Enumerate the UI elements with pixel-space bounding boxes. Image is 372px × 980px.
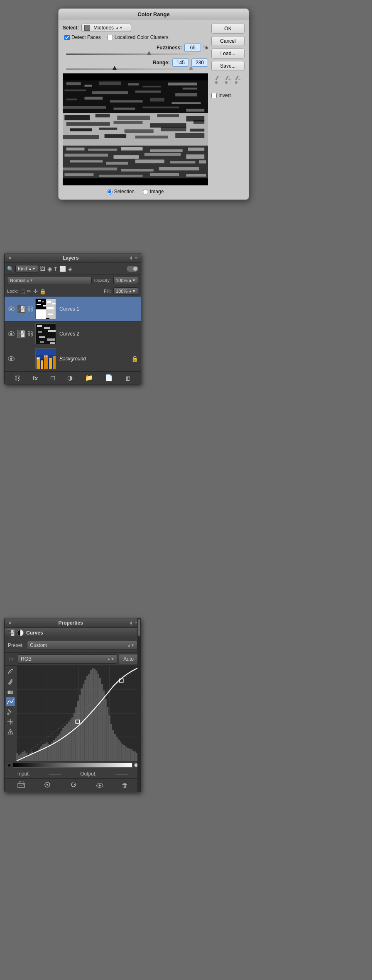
load-button[interactable]: Load... xyxy=(211,49,245,58)
toggle-visibility-btn[interactable] xyxy=(95,781,105,790)
layer-item[interactable]: ⛓ Curves 2 xyxy=(5,321,141,346)
eraser-tool[interactable] xyxy=(6,687,15,696)
fuzziness-slider-thumb[interactable] xyxy=(147,51,151,55)
svg-rect-103 xyxy=(53,356,56,369)
crosshair-tool[interactable] xyxy=(6,717,15,726)
filter-toggle[interactable] xyxy=(127,266,138,272)
fill-select[interactable]: 100% ▲▼ xyxy=(113,287,138,295)
svg-rect-34 xyxy=(99,128,117,130)
range-thumb-left[interactable] xyxy=(113,66,117,70)
layers-bottom-bar: ⛓ fx ◻ ◑ 📁 📄 🗑 xyxy=(5,371,141,384)
filter-adjust-icon[interactable]: ◉ xyxy=(47,266,52,272)
localized-color-input[interactable] xyxy=(108,35,113,40)
fx-btn[interactable]: fx xyxy=(31,374,39,382)
selection-radio-input[interactable] xyxy=(107,189,113,195)
view-previous-btn[interactable] xyxy=(42,781,53,790)
ok-button[interactable]: OK xyxy=(211,24,245,34)
range-thumb-right[interactable] xyxy=(189,66,193,70)
kind-arrow-icon: ▲▼ xyxy=(28,267,36,271)
image-radio[interactable]: Image xyxy=(143,189,164,195)
svg-rect-17 xyxy=(172,102,201,104)
lock-pixels-icon[interactable]: ⬚ xyxy=(20,288,25,294)
layer-visibility-bg[interactable] xyxy=(7,355,15,363)
detect-faces-input[interactable] xyxy=(64,35,70,40)
kind-select[interactable]: Kind ▲▼ xyxy=(15,265,38,272)
layer-link-icon[interactable]: ⛓ xyxy=(27,331,34,337)
filter-type-icon[interactable]: T xyxy=(54,266,57,272)
opacity-select[interactable]: 100% ▲▼ xyxy=(113,277,138,284)
cancel-button[interactable]: Cancel xyxy=(211,36,245,46)
panel-scrollbar[interactable] xyxy=(137,618,141,792)
reset-btn[interactable] xyxy=(68,781,79,790)
fuzziness-slider-track[interactable] xyxy=(66,53,205,55)
layer-visibility-curves1[interactable] xyxy=(7,305,15,313)
eyedropper-remove-btn[interactable]: − xyxy=(234,75,242,87)
filter-shape-icon[interactable]: ⬜ xyxy=(59,266,66,272)
fill-adj-btn[interactable]: ◑ xyxy=(66,373,74,382)
opacity-arrow-icon: ▲▼ xyxy=(128,278,136,282)
add-mask-btn[interactable]: ◻ xyxy=(49,373,57,382)
selection-radio[interactable]: Selection xyxy=(107,189,135,195)
svg-rect-169 xyxy=(86,676,88,761)
svg-rect-110 xyxy=(8,630,11,636)
curves-header-left: Curves xyxy=(8,630,43,636)
lock-all-icon[interactable]: 🔒 xyxy=(39,288,46,294)
range-max-input[interactable] xyxy=(191,58,208,67)
lock-position-icon[interactable]: ✏ xyxy=(27,288,32,294)
clip-to-layer-btn[interactable] xyxy=(16,781,27,790)
invert-checkbox[interactable] xyxy=(211,93,217,98)
svg-rect-165 xyxy=(79,695,81,761)
properties-collapse-icon[interactable]: ⟪ xyxy=(130,620,132,626)
auto-button[interactable]: Auto xyxy=(119,654,138,664)
mode-select[interactable]: Normal ▲▼ xyxy=(7,277,92,284)
svg-rect-54 xyxy=(135,160,164,163)
curves-black-point[interactable] xyxy=(7,763,11,767)
svg-rect-147 xyxy=(46,742,47,761)
detect-faces-checkbox[interactable]: Detect Faces xyxy=(64,34,101,40)
range-min-input[interactable] xyxy=(172,58,189,67)
svg-rect-154 xyxy=(59,734,60,761)
close-icon[interactable]: ✕ xyxy=(8,255,12,261)
svg-rect-163 xyxy=(75,707,77,761)
eyedropper-add-btn[interactable]: + xyxy=(224,75,232,87)
fuzziness-label: Fuzziness: xyxy=(71,45,182,51)
curve-smooth-tool[interactable] xyxy=(6,697,15,706)
collapse-icon[interactable]: ⟪ xyxy=(130,255,132,261)
layer-item[interactable]: ⛓ Curves 1 xyxy=(5,297,141,321)
properties-close-icon[interactable]: ✕ xyxy=(8,620,12,626)
brush-tool[interactable] xyxy=(6,707,15,716)
preview-canvas xyxy=(63,73,208,185)
channel-select[interactable]: RGB ▲▼ xyxy=(18,654,117,664)
filter-smart-icon[interactable]: ◈ xyxy=(68,266,72,272)
svg-rect-194 xyxy=(132,751,134,761)
svg-rect-25 xyxy=(95,114,110,117)
new-layer-btn[interactable]: 📄 xyxy=(103,373,115,382)
finger-tool-icon[interactable]: ☞ xyxy=(7,654,16,664)
warning-tool[interactable] xyxy=(6,727,15,736)
localized-color-checkbox[interactable]: Localized Color Clusters xyxy=(108,34,169,40)
panel-menu-icon[interactable]: ≡ xyxy=(135,255,137,260)
select-dropdown[interactable]: Midtones ▲▼ xyxy=(81,24,131,32)
link-layers-btn[interactable]: ⛓ xyxy=(12,374,22,382)
edit-points-tool[interactable] xyxy=(6,667,15,676)
eyedropper-btn[interactable] xyxy=(214,75,222,87)
range-slider-track[interactable] xyxy=(66,68,205,70)
delete-layer-btn[interactable]: 🗑 xyxy=(123,374,133,382)
svg-rect-32 xyxy=(193,120,204,124)
filter-pixel-icon[interactable]: 🖼 xyxy=(40,266,45,272)
image-radio-input[interactable] xyxy=(143,189,148,195)
draw-tool[interactable] xyxy=(6,677,15,686)
layer-visibility-curves2[interactable] xyxy=(7,330,15,338)
fuzziness-input[interactable] xyxy=(184,44,201,52)
lock-move-icon[interactable]: ✛ xyxy=(33,288,38,294)
preset-select[interactable]: Custom ▲▼ xyxy=(27,641,137,650)
delete-adjustment-btn[interactable]: 🗑 xyxy=(120,781,130,790)
svg-rect-5 xyxy=(128,83,139,85)
new-group-btn[interactable]: 📁 xyxy=(83,373,95,382)
svg-rect-50 xyxy=(144,153,181,156)
layer-name-curves2: Curves 2 xyxy=(58,331,138,337)
layer-link-icon[interactable]: ⛓ xyxy=(27,306,34,312)
layer-item[interactable]: Background 🔒 xyxy=(5,346,141,371)
curves-graph-area[interactable] xyxy=(16,666,141,761)
save-button[interactable]: Save... xyxy=(211,61,245,71)
